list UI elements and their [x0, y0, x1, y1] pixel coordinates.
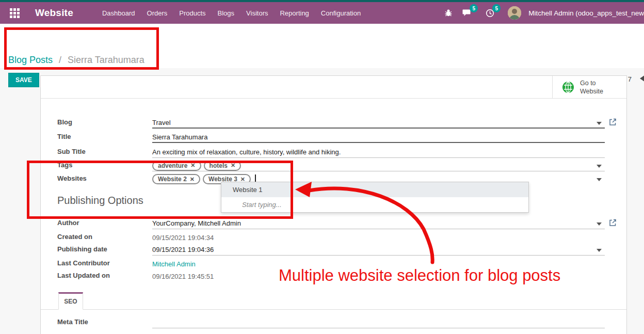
- breadcrumb-current: Sierra Tarahumara: [68, 55, 144, 65]
- tag-pill-label: hotels: [210, 162, 228, 169]
- field-row-blog: Blog Travel: [57, 117, 590, 129]
- tags-input[interactable]: adventure ✕ hotels ✕: [152, 160, 605, 171]
- tag-pill: hotels ✕: [204, 161, 242, 171]
- subtitle-label: Sub Title: [57, 148, 135, 155]
- activities-clock-icon[interactable]: 5: [484, 7, 495, 19]
- globe-icon: [562, 81, 574, 93]
- field-row-meta-description: Meta Description: [57, 331, 590, 334]
- blog-external-link-icon[interactable]: [609, 118, 617, 128]
- apps-menu-icon[interactable]: [4, 2, 25, 24]
- last-contributor-label: Last Contributor: [57, 259, 135, 267]
- field-row-tags: Tags adventure ✕ hotels ✕: [57, 160, 590, 171]
- tab-seo[interactable]: SEO: [58, 292, 83, 310]
- pager-previous-icon[interactable]: [640, 75, 644, 82]
- odoo-backend-window: Website Dashboard Orders Products Blogs …: [0, 0, 644, 334]
- tags-dropdown-caret-icon[interactable]: [597, 165, 602, 168]
- last-updated-on-value: 09/16/2021 19:45:51: [152, 271, 605, 282]
- field-row-publishing-date: Publishing date 09/15/2021 19:04:36: [57, 244, 590, 256]
- blog-input[interactable]: Travel: [152, 117, 605, 129]
- tag-remove-icon[interactable]: ✕: [231, 162, 235, 169]
- meta-title-label: Meta Title: [57, 318, 135, 326]
- websites-label: Websites: [57, 174, 135, 182]
- website-pill: Website 2 ✕: [152, 174, 200, 184]
- user-avatar[interactable]: [508, 6, 521, 20]
- menu-reporting[interactable]: Reporting: [280, 7, 309, 19]
- go-to-website-button[interactable]: Go to Website: [552, 76, 626, 99]
- top-menu: Dashboard Orders Products Blogs Visitors…: [102, 7, 361, 19]
- tag-pill: adventure ✕: [152, 161, 201, 171]
- tag-pill-label: adventure: [158, 162, 187, 169]
- menu-blogs[interactable]: Blogs: [218, 7, 235, 19]
- subtitle-input[interactable]: An exciting mix of relaxation, culture, …: [152, 147, 605, 158]
- website-remove-icon[interactable]: ✕: [190, 176, 195, 183]
- publishing-options-heading: Publishing Options: [57, 195, 143, 206]
- messages-icon[interactable]: 5: [461, 7, 473, 19]
- title-input[interactable]: Sierra Tarahumara: [152, 132, 605, 143]
- author-dropdown-caret-icon[interactable]: [597, 222, 602, 226]
- field-row-last-contributor: Last Contributor Mitchell Admin: [57, 258, 590, 269]
- grid-icon: [10, 8, 20, 18]
- field-row-title: Title Sierra Tarahumara: [57, 132, 590, 143]
- debug-bug-icon[interactable]: [443, 7, 454, 19]
- save-button[interactable]: SAVE: [8, 73, 39, 87]
- blog-label: Blog: [57, 118, 135, 126]
- author-external-link-icon[interactable]: [609, 219, 617, 229]
- breadcrumb-separator: /: [59, 55, 61, 65]
- meta-title-input[interactable]: [152, 317, 605, 328]
- navbar-systray: 5 5 Mitchell Admin (odoo_apps_test_new: [438, 6, 644, 20]
- websites-autocomplete-dropdown: Website 1 Start typing...: [221, 182, 529, 213]
- field-row-last-updated-on: Last Updated on 09/16/2021 19:45:51: [57, 271, 590, 282]
- publishing-date-input[interactable]: 09/15/2021 19:04:36: [152, 244, 605, 256]
- last-contributor-link[interactable]: Mitchell Admin: [152, 258, 605, 269]
- tag-remove-icon[interactable]: ✕: [190, 162, 195, 169]
- created-on-label: Created on: [57, 233, 135, 241]
- last-updated-on-label: Last Updated on: [57, 272, 135, 279]
- website-pill-label: Website 2: [158, 176, 187, 183]
- field-row-subtitle: Sub Title An exciting mix of relaxation,…: [57, 147, 590, 158]
- field-row-created-on: Created on 09/15/2021 19:04:34: [57, 232, 590, 243]
- menu-configuration[interactable]: Configuration: [321, 7, 361, 19]
- author-input[interactable]: YourCompany, Mitchell Admin: [152, 218, 605, 229]
- meta-description-input[interactable]: [152, 331, 605, 334]
- publishing-date-label: Publishing date: [57, 245, 135, 253]
- menu-products[interactable]: Products: [179, 7, 205, 19]
- title-label: Title: [57, 133, 135, 140]
- main-navbar: Website Dashboard Orders Products Blogs …: [0, 2, 644, 24]
- control-panel: Blog Posts / Sierra Tarahumara SAVE DISC…: [0, 24, 644, 68]
- go-to-website-label: Go to Website: [580, 79, 607, 96]
- field-row-meta-title: Meta Title: [57, 317, 590, 328]
- menu-dashboard[interactable]: Dashboard: [102, 7, 135, 19]
- activities-count-badge: 5: [492, 4, 501, 12]
- dropdown-option-start-typing[interactable]: Start typing...: [221, 197, 528, 212]
- breadcrumb: Blog Posts / Sierra Tarahumara: [8, 55, 144, 66]
- tabbar-divider: [41, 309, 626, 310]
- field-row-author: Author YourCompany, Mitchell Admin: [57, 218, 590, 229]
- menu-visitors[interactable]: Visitors: [246, 7, 268, 19]
- created-on-value: 09/15/2021 19:04:34: [152, 232, 605, 243]
- author-label: Author: [57, 219, 135, 227]
- button-box: Go to Website: [41, 76, 626, 99]
- messages-count-badge: 5: [470, 4, 478, 12]
- user-name[interactable]: Mitchell Admin (odoo_apps_test_new: [528, 9, 644, 17]
- app-title[interactable]: Website: [35, 7, 73, 19]
- blog-dropdown-caret-icon[interactable]: [597, 122, 602, 125]
- breadcrumb-blog-posts-link[interactable]: Blog Posts: [8, 55, 53, 65]
- dropdown-option-website-1[interactable]: Website 1: [221, 182, 528, 197]
- menu-orders[interactable]: Orders: [147, 7, 168, 19]
- publishing-date-caret-icon[interactable]: [597, 249, 602, 252]
- websites-dropdown-caret-icon[interactable]: [597, 178, 602, 181]
- tags-label: Tags: [57, 161, 135, 169]
